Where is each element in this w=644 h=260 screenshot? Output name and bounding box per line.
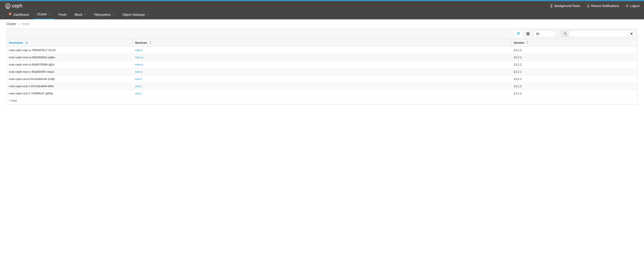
sort-asc-icon (25, 41, 28, 45)
table-header-row: Hostname Services Version (6, 39, 638, 47)
cell-hostname: rook-ceph-mon-b-68df678588-djj5v (6, 61, 133, 68)
service-link[interactable]: mon.a (135, 56, 143, 59)
header-actions: Background-Tasks Recent Notifications Lo… (550, 4, 640, 8)
table-footer-row: 7 total (6, 97, 638, 104)
column-header-version[interactable]: Version (511, 39, 638, 47)
column-header-version-label: Version (514, 41, 524, 44)
breadcrumb-current: Hosts (22, 22, 30, 26)
chevron-down-icon (146, 14, 148, 15)
cell-version: 13.2.2 (511, 75, 638, 83)
breadcrumb-separator-icon: » (18, 22, 20, 26)
nav-filesystems-label: Filesystems (94, 13, 111, 17)
nav-block[interactable]: Block (70, 10, 90, 19)
cell-hostname: rook-ceph-osd-1-647cbb4b84-65ttr (6, 83, 133, 90)
cell-hostname: rook-ceph-mon-a-56bfd58fdd-sql6w (6, 54, 133, 61)
recent-notifications-link[interactable]: Recent Notifications (587, 4, 619, 8)
refresh-icon (516, 32, 520, 36)
nav-dashboard-label: Dashboard (14, 13, 29, 17)
column-header-hostname-label: Hostname (9, 41, 23, 44)
column-header-hostname[interactable]: Hostname (6, 39, 133, 47)
grid-icon (526, 32, 530, 36)
cell-services: mgr.a (133, 47, 511, 54)
svg-line-11 (566, 35, 567, 35)
cell-version: 13.2.2 (511, 90, 638, 97)
table-row: rook-ceph-osd-1-647cbb4b84-65ttrosd.113.… (6, 83, 638, 90)
page-size-input[interactable] (534, 30, 556, 37)
cell-version: 13.2.2 (511, 47, 638, 54)
cell-services: mon.b (133, 61, 511, 68)
cell-services: mon.c (133, 68, 511, 75)
logout-link[interactable]: Logout (625, 4, 640, 8)
header-top: ceph Background-Tasks Recent Notificatio… (0, 1, 644, 10)
header: ceph Background-Tasks Recent Notificatio… (0, 1, 644, 19)
hosts-panel: Hostname Services Version (6, 28, 638, 104)
table-row: rook-ceph-mon-a-56bfd58fdd-sql6wmon.a13.… (6, 54, 638, 61)
table-row: rook-ceph-osd-2-7b8ff9fc47-g8l6qosd.213.… (6, 90, 638, 97)
cell-hostname: rook-ceph-osd-0-6ccbd4dc4d-2w9jt (6, 75, 133, 83)
nav-object-gateway[interactable]: Object Gateway (118, 10, 152, 19)
table-total-label: 7 total (6, 97, 638, 104)
nav-cluster[interactable]: Cluster (33, 10, 55, 19)
chevron-down-icon (112, 14, 114, 15)
logout-icon (625, 4, 628, 8)
nav-cluster-label: Cluster (37, 12, 47, 16)
table-row: rook-ceph-mgr-a-79564676c7-5crc5mgr.a13.… (6, 47, 638, 54)
bell-icon (587, 4, 590, 8)
svg-point-1 (7, 5, 8, 7)
breadcrumb-parent[interactable]: Cluster (6, 22, 16, 26)
cell-version: 13.2.2 (511, 83, 638, 90)
nav-block-label: Block (75, 13, 82, 17)
search-group (561, 30, 635, 37)
cell-services: mon.a (133, 54, 511, 61)
cell-services: osd.0 (133, 75, 511, 83)
nav-filesystems[interactable]: Filesystems (90, 10, 118, 19)
chevron-down-icon (84, 14, 86, 15)
service-link[interactable]: osd.0 (135, 77, 142, 81)
brand-logo[interactable]: ceph (4, 3, 29, 9)
cell-version: 13.2.2 (511, 61, 638, 68)
main-nav: Dashboard Cluster Pools Block Filesystem… (0, 10, 644, 19)
table-row: rook-ceph-mon-b-68df678588-djj5vmon.b13.… (6, 61, 638, 68)
svg-rect-5 (526, 33, 530, 35)
logout-label: Logout (630, 4, 640, 8)
service-link[interactable]: mgr.a (135, 48, 142, 52)
chevron-down-icon (49, 14, 50, 15)
ceph-logo-icon: ceph (4, 3, 29, 9)
sort-icon (149, 41, 152, 45)
toolbar-divider (558, 30, 559, 37)
content: Hostname Services Version (0, 28, 644, 111)
columns-button[interactable] (524, 30, 532, 37)
heartbeat-icon (8, 13, 12, 17)
cell-version: 13.2.2 (511, 54, 638, 61)
hourglass-icon (550, 4, 553, 8)
cell-hostname: rook-ceph-mgr-a-79564676c7-5crc5 (6, 47, 133, 54)
cell-hostname: rook-ceph-mon-c-65d8945f5-n4qsv (6, 68, 133, 75)
table-row: rook-ceph-mon-c-65d8945f5-n4qsvmon.c13.2… (6, 68, 638, 75)
refresh-button[interactable] (514, 30, 522, 37)
svg-point-10 (564, 33, 566, 35)
service-link[interactable]: mon.c (135, 70, 143, 73)
clear-search-button[interactable] (628, 30, 635, 37)
background-tasks-link[interactable]: Background-Tasks (550, 4, 580, 8)
table-toolbar (6, 29, 638, 39)
column-header-services-label: Services (135, 41, 147, 44)
background-tasks-label: Background-Tasks (554, 4, 580, 8)
nav-object-gateway-label: Object Gateway (122, 13, 145, 17)
cell-version: 13.2.2 (511, 68, 638, 75)
service-link[interactable]: osd.2 (135, 92, 142, 95)
service-link[interactable]: mon.b (135, 63, 143, 66)
nav-pools-label: Pools (59, 13, 66, 17)
recent-notifications-label: Recent Notifications (591, 4, 619, 8)
service-link[interactable]: osd.1 (135, 84, 142, 88)
hosts-table: Hostname Services Version (6, 39, 638, 104)
cell-services: osd.2 (133, 90, 511, 97)
sort-icon (526, 41, 529, 45)
nav-dashboard[interactable]: Dashboard (4, 10, 33, 19)
search-input[interactable] (569, 30, 628, 37)
cell-services: osd.1 (133, 83, 511, 90)
column-header-services[interactable]: Services (133, 39, 511, 47)
svg-text:ceph: ceph (12, 3, 22, 9)
close-icon (630, 33, 633, 35)
cell-hostname: rook-ceph-osd-2-7b8ff9fc47-g8l6q (6, 90, 133, 97)
nav-pools[interactable]: Pools (55, 10, 70, 19)
